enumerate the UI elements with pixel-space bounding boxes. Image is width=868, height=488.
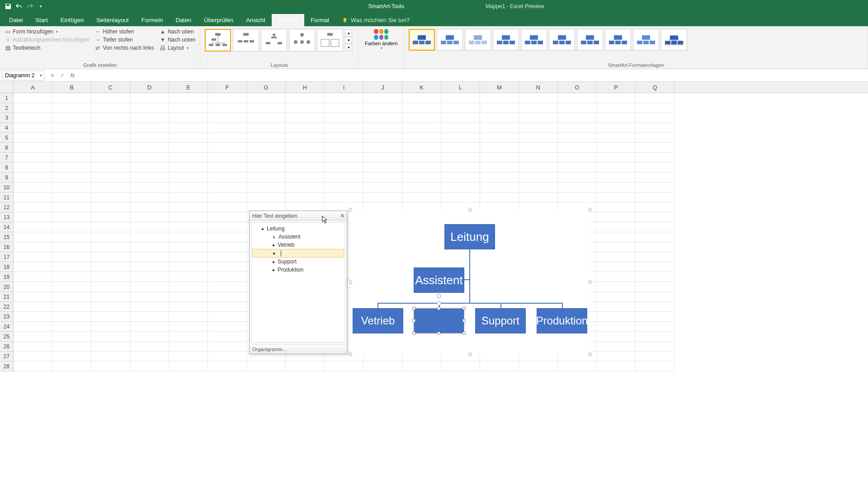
gallery-more-button[interactable]: ▾ xyxy=(345,44,352,51)
style-thumb-8[interactable] xyxy=(633,29,659,51)
cell-A12[interactable] xyxy=(14,202,52,212)
cell-K11[interactable] xyxy=(402,192,441,202)
cell-G10[interactable] xyxy=(247,183,286,192)
cell-D23[interactable] xyxy=(130,312,169,322)
cell-I11[interactable] xyxy=(325,192,363,202)
cell-F14[interactable] xyxy=(208,222,247,232)
cell-G1[interactable] xyxy=(247,93,286,103)
cell-B18[interactable] xyxy=(52,262,91,272)
save-icon[interactable] xyxy=(5,3,12,10)
text-pane-item-2[interactable]: ●Vetrieb xyxy=(252,241,344,249)
cell-B25[interactable] xyxy=(52,332,91,342)
cell-D10[interactable] xyxy=(130,183,169,192)
cell-J11[interactable] xyxy=(363,192,402,202)
cell-D2[interactable] xyxy=(130,103,169,113)
cell-D5[interactable] xyxy=(130,133,169,143)
tell-me-search[interactable]: Was möchten Sie tun? xyxy=(335,14,416,26)
cell-E24[interactable] xyxy=(169,322,208,332)
row-header-24[interactable]: 24 xyxy=(0,322,14,332)
tab-ansicht[interactable]: Ansicht xyxy=(240,14,272,26)
cell-C12[interactable] xyxy=(91,202,130,212)
name-box-dropdown-icon[interactable]: ▾ xyxy=(40,73,42,78)
col-header-E[interactable]: E xyxy=(169,82,208,93)
cell-H7[interactable] xyxy=(286,153,325,163)
style-thumb-5[interactable] xyxy=(549,29,575,51)
cell-P25[interactable] xyxy=(597,332,636,342)
cell-A14[interactable] xyxy=(14,222,52,232)
cell-B26[interactable] xyxy=(52,342,91,352)
smartart-diagram[interactable]: Leitung Assistent Vetrieb Support Produk… xyxy=(350,210,590,354)
enter-formula-button[interactable]: ✓ xyxy=(58,71,67,80)
cell-A25[interactable] xyxy=(14,332,52,342)
cell-O9[interactable] xyxy=(558,173,597,183)
cell-C3[interactable] xyxy=(91,113,130,123)
cell-I2[interactable] xyxy=(325,103,363,113)
cell-D7[interactable] xyxy=(130,153,169,163)
cell-A6[interactable] xyxy=(14,143,52,153)
cell-L11[interactable] xyxy=(441,192,480,202)
cell-Q17[interactable] xyxy=(636,252,675,262)
cell-A10[interactable] xyxy=(14,183,52,192)
style-thumb-4[interactable] xyxy=(521,29,547,51)
cell-M1[interactable] xyxy=(480,93,519,103)
cell-I1[interactable] xyxy=(325,93,363,103)
cell-M11[interactable] xyxy=(480,192,519,202)
cell-Q5[interactable] xyxy=(636,133,675,143)
row-header-21[interactable]: 21 xyxy=(0,292,14,302)
cell-G28[interactable] xyxy=(247,361,286,371)
nach-unten-button[interactable]: ▼Nach unten xyxy=(158,36,197,43)
cell-E25[interactable] xyxy=(169,332,208,342)
cell-A16[interactable] xyxy=(14,242,52,252)
cell-A1[interactable] xyxy=(14,93,52,103)
cell-C6[interactable] xyxy=(91,143,130,153)
cell-O6[interactable] xyxy=(558,143,597,153)
close-icon[interactable]: ✕ xyxy=(340,212,345,219)
col-header-G[interactable]: G xyxy=(247,82,286,93)
cell-N6[interactable] xyxy=(519,143,558,153)
cell-C4[interactable] xyxy=(91,123,130,133)
cell-P14[interactable] xyxy=(597,222,636,232)
rtl-button[interactable]: ⇄Von rechts nach links xyxy=(93,44,156,52)
cell-E8[interactable] xyxy=(169,163,208,173)
cell-F26[interactable] xyxy=(208,342,247,352)
cell-H8[interactable] xyxy=(286,163,325,173)
cell-H5[interactable] xyxy=(286,133,325,143)
row-header-19[interactable]: 19 xyxy=(0,272,14,282)
cell-B11[interactable] xyxy=(52,192,91,202)
cell-K28[interactable] xyxy=(402,361,441,371)
row-header-16[interactable]: 16 xyxy=(0,242,14,252)
cell-L7[interactable] xyxy=(441,153,480,163)
cell-B17[interactable] xyxy=(52,252,91,262)
cell-F15[interactable] xyxy=(208,232,247,242)
cell-D18[interactable] xyxy=(130,262,169,272)
cell-K1[interactable] xyxy=(402,93,441,103)
cell-C21[interactable] xyxy=(91,292,130,302)
form-hinzufuegen-button[interactable]: ▭Form hinzufügen▾ xyxy=(3,28,91,35)
cell-A4[interactable] xyxy=(14,123,52,133)
cell-E12[interactable] xyxy=(169,202,208,212)
cell-F6[interactable] xyxy=(208,143,247,153)
cell-L4[interactable] xyxy=(441,123,480,133)
cell-P17[interactable] xyxy=(597,252,636,262)
cell-Q4[interactable] xyxy=(636,123,675,133)
cell-E6[interactable] xyxy=(169,143,208,153)
cell-I8[interactable] xyxy=(325,163,363,173)
cell-D20[interactable] xyxy=(130,282,169,292)
cell-K3[interactable] xyxy=(402,113,441,123)
cell-D15[interactable] xyxy=(130,232,169,242)
cell-A22[interactable] xyxy=(14,302,52,312)
cell-M9[interactable] xyxy=(480,173,519,183)
org-node-assistant[interactable]: Assistent xyxy=(414,267,464,293)
cell-E28[interactable] xyxy=(169,361,208,371)
cell-K5[interactable] xyxy=(402,133,441,143)
row-header-9[interactable]: 9 xyxy=(0,173,14,183)
cell-J2[interactable] xyxy=(363,103,402,113)
cell-F5[interactable] xyxy=(208,133,247,143)
cell-P27[interactable] xyxy=(597,352,636,361)
spreadsheet-grid[interactable]: ABCDEFGHIJKLMNOPQ 1234567891011121314151… xyxy=(0,82,868,488)
cell-A13[interactable] xyxy=(14,212,52,222)
cell-L28[interactable] xyxy=(441,361,480,371)
cell-B14[interactable] xyxy=(52,222,91,232)
cell-B1[interactable] xyxy=(52,93,91,103)
tab-format[interactable]: Format xyxy=(304,14,335,26)
